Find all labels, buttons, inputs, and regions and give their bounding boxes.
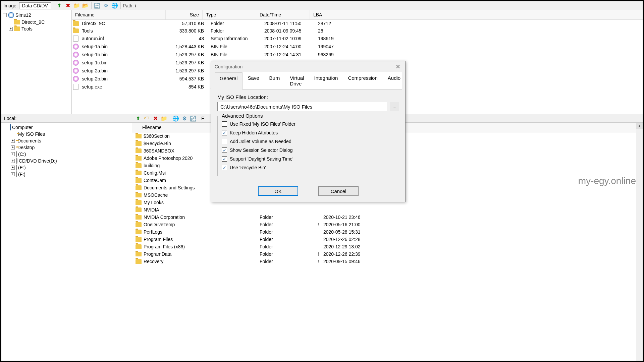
local-tree-item[interactable]: Computer [1, 124, 132, 131]
checkbox[interactable] [222, 139, 227, 144]
refresh-icon[interactable]: 🔃 [190, 115, 197, 122]
checkbox[interactable]: ✓ [222, 130, 227, 135]
image-value[interactable]: Data CD/DV [19, 2, 51, 9]
local-file-row[interactable]: OneDriveTemp Folder ! 2020-05-16 21:00 [132, 221, 643, 228]
folder-icon [136, 134, 142, 138]
tab-burn[interactable]: Burn [264, 72, 285, 89]
file-row[interactable]: setup-1b.bin 1,529,297 KB BIN File 2007-… [72, 51, 643, 59]
local-tree-item[interactable]: +CD/DVD Drive(D:) [1, 158, 132, 164]
expand-icon[interactable]: + [11, 172, 15, 176]
dialog-tabs: GeneralSaveBurnVirtual DriveIntegrationC… [215, 72, 402, 89]
file-size: 854 KB [174, 84, 211, 89]
bin-icon [72, 44, 80, 50]
folder-icon [14, 20, 20, 24]
tree-child[interactable]: + Tools [1, 25, 71, 32]
tree-child-label: Directx_9C [21, 19, 45, 25]
checkbox[interactable]: ✓ [222, 147, 227, 153]
expand-icon[interactable]: + [11, 152, 15, 156]
col-size[interactable]: Size [166, 10, 203, 19]
globe-icon[interactable]: 🌐 [111, 2, 118, 9]
tab-virtual-drive[interactable]: Virtual Drive [285, 72, 309, 89]
tag-icon[interactable]: 🏷 [143, 115, 150, 122]
settings-icon[interactable]: ⚙ [181, 115, 188, 122]
up-arrow-icon[interactable]: ⬆ [56, 2, 63, 9]
folder-icon [136, 207, 142, 212]
tree-child-label: Tools [21, 26, 33, 32]
option-row: ✓Keep Hidden Attributes [222, 128, 395, 137]
local-tree-item[interactable]: My ISO Files [1, 131, 132, 137]
cancel-button[interactable]: Cancel [318, 186, 359, 196]
local-tree-item[interactable]: +Desktop [1, 144, 132, 151]
checkbox[interactable]: ✓ [222, 156, 227, 162]
delete-icon[interactable]: ✖ [152, 115, 159, 122]
tree-root[interactable]: − Sims12 [1, 11, 71, 19]
file-list-header: Filename Size Type Date/Time LBA [72, 10, 643, 20]
file-type: BIN File [211, 52, 264, 57]
open-folder-icon[interactable]: 📂 [82, 2, 89, 9]
expand-icon[interactable]: + [9, 27, 13, 31]
folder-icon [136, 237, 142, 242]
local-tree-item[interactable]: +(E:) [1, 164, 132, 171]
local-file-row[interactable]: Recovery Folder ! 2020-09-15 09:46 [132, 258, 643, 265]
iso-location-input[interactable] [217, 102, 387, 111]
browse-button[interactable]: ... [390, 102, 399, 111]
tab-save[interactable]: Save [243, 72, 264, 89]
col-lba[interactable]: LBA [310, 10, 350, 19]
ok-button[interactable]: OK [258, 186, 298, 196]
file-row[interactable]: setup-1a.bin 1,528,443 KB BIN File 2007-… [72, 43, 643, 51]
local-tree-item[interactable]: +(C:) [1, 151, 132, 158]
collapse-icon[interactable]: − [3, 13, 7, 17]
folder-icon [136, 156, 142, 161]
col-date[interactable]: Date/Time [256, 10, 310, 19]
tab-integration[interactable]: Integration [309, 72, 343, 89]
file-date: 2008-01-11 11:50 [264, 21, 318, 26]
expand-icon[interactable]: + [11, 159, 15, 163]
settings-icon[interactable]: ⚙ [102, 2, 110, 9]
local-file-row[interactable]: Program Files Folder 2020-12-26 02:28 [132, 236, 643, 243]
file-type: Folder [260, 229, 313, 235]
option-label: Keep Hidden Attributes [230, 130, 278, 135]
col-type[interactable]: Type [203, 10, 256, 19]
scroll-up-icon[interactable]: ▲ [636, 123, 643, 129]
local-tree-item[interactable]: +Documents [1, 137, 132, 144]
file-name: NVIDIA [132, 207, 260, 213]
checkbox[interactable]: ✓ [222, 165, 227, 170]
expand-icon[interactable]: + [11, 145, 15, 149]
dialog-titlebar[interactable]: Configuration ✕ [211, 61, 405, 72]
top-toolbar: Image: Data CD/DV ⬆ ✖ 📁 📂 🔄 ⚙ 🌐 Path: / [1, 1, 643, 10]
tab-compression[interactable]: Compression [343, 72, 382, 89]
file-row[interactable]: autorun.inf 43 Setup Information 2007-11… [72, 35, 643, 43]
file-mark: ! [313, 259, 323, 264]
up-arrow-icon[interactable]: ⬆ [134, 115, 142, 122]
globe-icon[interactable]: 🌐 [172, 115, 179, 122]
file-row[interactable]: Tools 339,800 KB Folder 2008-01-09 09:45… [72, 27, 643, 35]
local-file-row[interactable]: ProgramData Folder ! 2020-12-26 22:39 [132, 250, 643, 258]
option-label: Use 'Recycle Bin' [230, 165, 266, 170]
tab-audio[interactable]: Audio [383, 72, 406, 89]
expand-icon[interactable]: + [11, 139, 15, 143]
local-file-row[interactable]: NVIDIA [132, 206, 643, 214]
file-name: NVIDIA Corporation [132, 215, 260, 220]
option-row: Add Joliet Volume as Needed [222, 137, 395, 146]
local-file-row[interactable]: PerfLogs Folder 2020-05-28 15:31 [132, 228, 643, 236]
delete-icon[interactable]: ✖ [64, 2, 72, 9]
new-folder-icon[interactable]: 📁 [73, 2, 80, 9]
expand-icon[interactable]: + [11, 166, 15, 170]
close-icon[interactable]: ✕ [394, 63, 402, 71]
local-file-row[interactable]: Program Files (x86) Folder 2020-12-29 13… [132, 243, 643, 250]
tree-root-label: Sims12 [15, 12, 31, 18]
file-date: 2008-01-09 09:45 [264, 28, 318, 34]
tree-item-label: Documents [17, 138, 41, 143]
col-filename[interactable]: Filename [72, 10, 166, 19]
scrollbar[interactable]: ▲ [636, 123, 643, 361]
file-row[interactable]: Directx_9C 57,310 KB Folder 2008-01-11 1… [72, 20, 643, 27]
local-tree-item[interactable]: +(F:) [1, 171, 132, 178]
tree-child[interactable]: Directx_9C [1, 19, 71, 25]
file-type: Folder [260, 237, 313, 242]
tab-general[interactable]: General [215, 72, 243, 89]
new-folder-icon[interactable]: 📁 [160, 115, 168, 122]
refresh-icon[interactable]: 🔄 [94, 2, 101, 9]
local-file-row[interactable]: NVIDIA Corporation Folder 2020-10-21 23:… [132, 214, 643, 221]
option-label: Support 'Daylight Saving Time' [230, 156, 293, 162]
checkbox[interactable] [222, 121, 227, 127]
